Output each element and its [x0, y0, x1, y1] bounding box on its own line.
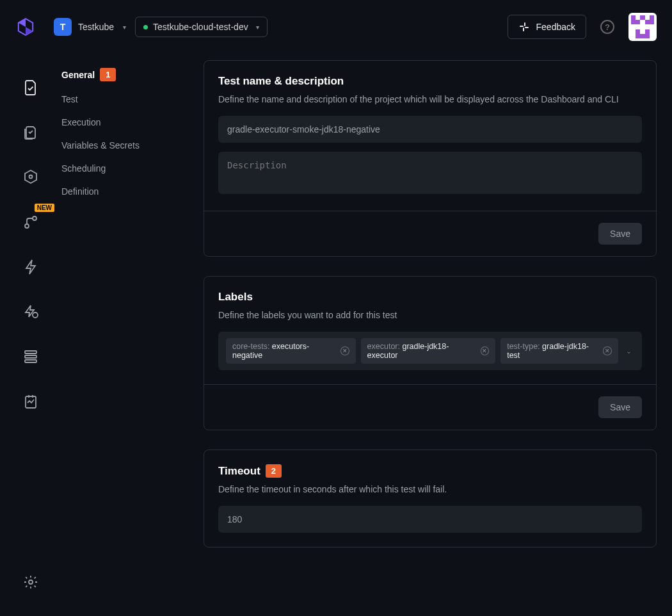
subnav-execution[interactable]: Execution: [61, 111, 204, 134]
svg-rect-8: [25, 351, 36, 353]
nav-settings-icon[interactable]: [22, 574, 39, 590]
annotation-badge: 2: [266, 464, 282, 478]
org-avatar: T: [54, 18, 72, 36]
test-description-input[interactable]: [218, 152, 642, 194]
environment-selector[interactable]: Testkube-cloud-test-dev ▾: [135, 17, 268, 37]
org-selector[interactable]: T Testkube ▾: [54, 18, 126, 36]
label-tag: executor: gradle-jdk18-executor ✕: [361, 338, 496, 364]
slack-icon: [518, 21, 530, 33]
subnav-variables[interactable]: Variables & Secrets: [61, 134, 204, 157]
subnav-general[interactable]: General 1: [61, 61, 204, 88]
card-description: Define the name and description of the p…: [218, 94, 642, 104]
nav-status-icon[interactable]: [22, 393, 39, 410]
nav-workflows-icon[interactable]: NEW: [22, 214, 39, 231]
subnav-label: Test: [61, 94, 78, 104]
nav-suites-icon[interactable]: [22, 124, 39, 141]
nav-executors-icon[interactable]: [22, 169, 39, 186]
save-button[interactable]: Save: [598, 223, 642, 245]
card-name-description: Test name & description Define the name …: [204, 60, 657, 257]
feedback-label: Feedback: [536, 22, 575, 32]
tag-key: core-tests:: [232, 342, 269, 351]
subnav-label: Scheduling: [61, 163, 106, 174]
tag-key: test-type:: [507, 342, 540, 351]
nav-webhooks-icon[interactable]: [22, 304, 39, 320]
chevron-down-icon: ▾: [123, 24, 126, 31]
svg-rect-2: [523, 28, 524, 31]
nav-triggers-icon[interactable]: [22, 259, 39, 275]
card-title: Test name & description: [218, 75, 642, 88]
annotation-badge: 1: [100, 68, 116, 81]
org-name: Testkube: [78, 22, 114, 32]
subnav-scheduling[interactable]: Scheduling: [61, 157, 204, 180]
svg-point-6: [25, 224, 29, 228]
labels-select[interactable]: core-tests: executors-negative ✕ executo…: [218, 332, 642, 370]
svg-rect-3: [524, 22, 525, 26]
svg-point-5: [33, 216, 36, 220]
subnav-label: Execution: [61, 117, 100, 127]
new-badge: NEW: [35, 204, 54, 212]
subnav-test[interactable]: Test: [61, 88, 204, 111]
nav-tests-icon[interactable]: [22, 79, 39, 96]
label-tag: test-type: gradle-jdk18-test ✕: [500, 338, 618, 364]
subnav-label: Variables & Secrets: [61, 140, 140, 150]
nav-sources-icon[interactable]: [22, 348, 39, 365]
topbar: T Testkube ▾ Testkube-cloud-test-dev ▾ F…: [0, 0, 672, 54]
timeout-input[interactable]: [218, 506, 642, 533]
status-dot-icon: [143, 25, 148, 29]
save-button[interactable]: Save: [598, 396, 642, 418]
environment-name: Testkube-cloud-test-dev: [153, 22, 248, 32]
label-tag: core-tests: executors-negative ✕: [226, 338, 356, 364]
svg-rect-9: [25, 355, 36, 358]
svg-point-12: [29, 580, 33, 584]
subnav-definition[interactable]: Definition: [61, 180, 204, 203]
remove-tag-icon[interactable]: ✕: [603, 346, 612, 355]
svg-point-4: [29, 175, 33, 179]
chevron-down-icon[interactable]: ⌄: [623, 347, 634, 355]
avatar[interactable]: [628, 13, 657, 41]
card-title: Timeout: [218, 465, 260, 478]
subnav-label: General: [61, 70, 95, 80]
subnav-label: Definition: [61, 186, 99, 197]
tag-key: executor:: [367, 342, 400, 351]
settings-subnav: General 1 Test Execution Variables & Sec…: [61, 54, 204, 616]
remove-tag-icon[interactable]: ✕: [481, 346, 490, 355]
test-name-input[interactable]: [218, 116, 642, 143]
card-title: Labels: [218, 291, 642, 304]
svg-rect-10: [25, 360, 36, 362]
card-timeout: Timeout 2 Define the timeout in seconds …: [204, 450, 657, 547]
nav-rail: NEW: [0, 54, 61, 616]
feedback-button[interactable]: Feedback: [508, 15, 586, 39]
app-logo[interactable]: [15, 17, 36, 37]
card-description: Define the labels you want to add for th…: [218, 310, 642, 320]
content-area: Test name & description Define the name …: [204, 54, 672, 616]
svg-rect-1: [525, 27, 529, 28]
card-description: Define the timeout in seconds after whic…: [218, 484, 642, 494]
svg-point-7: [33, 312, 38, 318]
remove-tag-icon[interactable]: ✕: [340, 346, 349, 355]
card-labels: Labels Define the labels you want to add…: [204, 276, 657, 430]
chevron-down-icon: ▾: [256, 24, 259, 31]
help-icon[interactable]: ?: [600, 20, 614, 34]
svg-rect-0: [520, 26, 524, 27]
